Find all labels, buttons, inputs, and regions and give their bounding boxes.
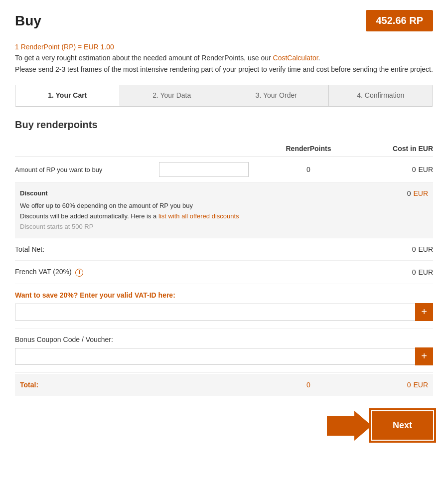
next-button[interactable]: Next [372,411,433,440]
total-net-eur: EUR [418,245,433,253]
amount-row: Amount of RP you want to buy 0 0 EUR [15,157,433,182]
next-arrow-icon [327,411,372,441]
vat-row: French VAT (20%) i 0 EUR [15,261,433,284]
description3: Please send 2-3 test frames of the most … [15,64,433,75]
vat-id-label: Want to save 20%? Enter your valid VAT-I… [15,291,433,299]
coupon-input[interactable] [15,348,416,365]
tab-your-order[interactable]: 3. Your Order [224,85,329,106]
tab-your-cart[interactable]: 1. Your Cart [15,85,120,106]
amount-eur-label: EUR [418,166,433,173]
next-section: Next [15,411,433,441]
amount-eur-num: 0 [412,166,416,173]
svg-marker-0 [327,411,372,441]
final-total-value: 0 [407,381,411,389]
tab-your-data[interactable]: 2. Your Data [120,85,225,106]
wizard-tabs: 1. Your Cart 2. Your Data 3. Your Order … [15,85,433,107]
discount-title: Discount [20,188,353,199]
final-total-label: Total: [15,381,259,389]
vat-value: 0 [412,268,416,276]
table-header: RenderPoints Cost in EUR [15,141,433,157]
discount-text: Discount We offer up to 60% depending on… [20,188,353,232]
coupon-section: Bonus Coupon Code / Voucher: + [15,329,433,373]
discount-link[interactable]: list with all offered discounts [158,212,239,220]
vat-id-input-wrapper: + [15,303,433,321]
description2: . [318,54,320,62]
coupon-plus-button[interactable]: + [415,347,433,365]
amount-input-wrapper [159,162,259,177]
final-total-cost: 0 EUR [358,381,433,389]
description1: To get a very rought estimation about th… [15,54,273,62]
arrow-container [327,411,372,441]
cost-calculator-link[interactable]: CostCalculator [273,54,318,62]
rp-rate-text: 1 RenderPoint (RP) = EUR 1.00 [15,43,114,51]
discount-cost: 0 EUR [353,188,428,197]
coupon-label: Bonus Coupon Code / Voucher: [15,335,433,343]
discount-body: Discount We offer up to 60% depending on… [20,188,428,232]
discount-line2-pre: Discounts will be added automatically. H… [20,212,158,220]
buy-rp-title: Buy renderpoints [15,119,433,131]
final-total-row: Total: 0 0 EUR [15,374,433,396]
total-net-label: Total Net: [15,245,259,253]
coupon-input-wrapper: + [15,347,433,365]
total-net-row: Total Net: 0 EUR [15,238,433,261]
vat-id-input[interactable] [15,304,416,321]
info-block: 1 RenderPoint (RP) = EUR 1.00 To get a v… [15,41,433,75]
discount-line3: Discount starts at 500 RP [20,222,353,232]
amount-label: Amount of RP you want to buy [15,166,159,173]
final-total-rp: 0 [259,381,358,389]
amount-cost-value: 0 EUR [358,166,433,173]
total-net-value: 0 [412,245,416,253]
col-cost-header: Cost in EUR [358,145,433,153]
vat-id-plus-button[interactable]: + [415,303,433,321]
page-title: Buy [15,13,41,29]
vat-eur: EUR [418,268,433,276]
discount-value: 0 [407,189,411,197]
discount-section: Discount We offer up to 60% depending on… [15,182,433,238]
amount-input[interactable] [159,162,249,177]
buy-section: Buy renderpoints RenderPoints Cost in EU… [15,119,433,396]
vat-info-icon[interactable]: i [75,269,83,277]
final-total-eur: EUR [413,381,428,389]
amount-rp-value: 0 [259,166,358,173]
vat-id-section: Want to save 20%? Enter your valid VAT-I… [15,284,433,329]
vat-label: French VAT (20%) i [15,268,259,277]
rp-balance-badge: 452.66 RP [366,10,433,31]
total-net-cost: 0 EUR [358,245,433,253]
discount-eur-label: EUR [413,189,428,197]
col-rp-header: RenderPoints [259,145,358,153]
discount-line2: Discounts will be added automatically. H… [20,211,353,222]
vat-cost: 0 EUR [358,268,433,276]
vat-label-text: French VAT (20%) [15,268,72,276]
discount-line1: We offer up to 60% depending on the amou… [20,201,353,211]
tab-confirmation[interactable]: 4. Confirmation [329,85,433,106]
